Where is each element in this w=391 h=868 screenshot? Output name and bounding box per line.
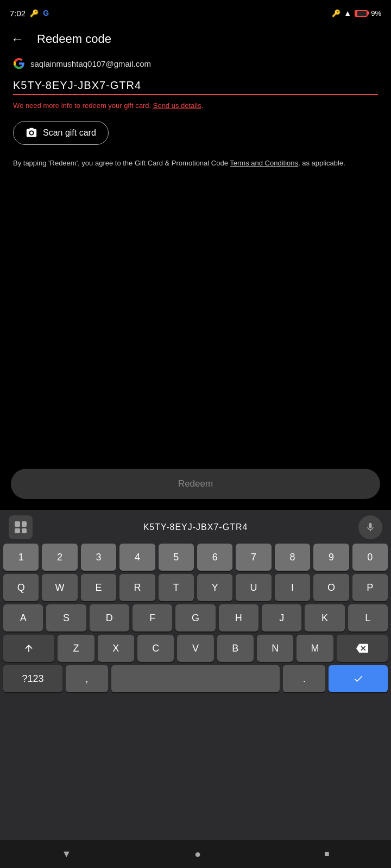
account-row: saqlainmushtaq0107@gmail.com	[11, 58, 380, 69]
key-P[interactable]: P	[352, 574, 388, 601]
asdf-row: ASDFGHJKL	[0, 604, 391, 635]
error-text: We need more info to redeem your gift ca…	[13, 101, 153, 110]
key-G[interactable]: G	[175, 604, 215, 631]
error-suffix: .	[201, 101, 204, 110]
key-7[interactable]: 7	[236, 544, 271, 571]
code-input-wrapper[interactable]	[13, 79, 378, 95]
header: ← Redeem code	[11, 24, 380, 58]
keyboard-apps-button[interactable]	[9, 515, 33, 539]
enter-key[interactable]	[329, 665, 388, 692]
page-title: Redeem code	[37, 32, 111, 46]
keyboard-topbar: K5TY-8EYJ-JBX7-GTR4	[0, 510, 391, 544]
backspace-key[interactable]	[337, 635, 388, 662]
keyboard-suggestion[interactable]: K5TY-8EYJ-JBX7-GTR4	[33, 522, 358, 532]
key-3[interactable]: 3	[81, 544, 116, 571]
period-key[interactable]: .	[283, 665, 325, 692]
code-input[interactable]	[13, 79, 378, 92]
status-bar: 7:02 🔑 G 🔑 ▲ 9%	[0, 0, 391, 24]
keyboard-mic-button[interactable]	[358, 515, 382, 539]
key-6[interactable]: 6	[197, 544, 232, 571]
key-N[interactable]: N	[257, 635, 293, 662]
key-E[interactable]: E	[81, 574, 116, 601]
key-Q[interactable]: Q	[3, 574, 39, 601]
key-1[interactable]: 1	[3, 544, 39, 571]
key-J[interactable]: J	[262, 604, 301, 631]
key-A[interactable]: A	[3, 604, 43, 631]
back-button[interactable]: ←	[11, 31, 24, 47]
key-4[interactable]: 4	[119, 544, 155, 571]
key-K[interactable]: K	[305, 604, 344, 631]
zxcv-row: ZXCVBNM	[0, 635, 391, 665]
key-S[interactable]: S	[46, 604, 86, 631]
nav-recents[interactable]: ■	[324, 849, 330, 859]
key-5[interactable]: 5	[159, 544, 194, 571]
key-2[interactable]: 2	[42, 544, 77, 571]
google-logo	[13, 58, 25, 69]
key-W[interactable]: W	[42, 574, 77, 601]
send-us-details-link[interactable]: Send us details	[153, 101, 201, 110]
key-0[interactable]: 0	[352, 544, 388, 571]
number-row: 1234567890	[0, 544, 391, 574]
camera-icon	[26, 127, 37, 139]
key-I[interactable]: I	[275, 574, 310, 601]
status-right: 🔑 ▲ 9%	[332, 9, 381, 17]
keyboard: K5TY-8EYJ-JBX7-GTR4 1234567890 QWERTYUIO…	[0, 510, 391, 868]
terms-link[interactable]: Terms and Conditions	[230, 159, 298, 167]
google-status-icon: G	[43, 9, 49, 17]
key-B[interactable]: B	[217, 635, 254, 662]
key-D[interactable]: D	[90, 604, 129, 631]
nav-home[interactable]: ●	[194, 848, 201, 860]
scan-button-label: Scan gift card	[43, 128, 96, 138]
bottom-row: ?123,.	[0, 665, 391, 695]
key-icon: 🔑	[30, 9, 39, 17]
shift-key[interactable]	[3, 635, 54, 662]
terms-suffix: , as applicable.	[298, 159, 345, 167]
key-H[interactable]: H	[219, 604, 258, 631]
key-O[interactable]: O	[313, 574, 349, 601]
redeem-button-label: Redeem	[178, 478, 213, 489]
symbols-key[interactable]: ?123	[3, 665, 62, 692]
key-icon-right: 🔑	[332, 9, 340, 17]
space-key[interactable]	[111, 665, 280, 692]
comma-key[interactable]: ,	[66, 665, 108, 692]
key-U[interactable]: U	[236, 574, 271, 601]
terms-prefix: By tapping 'Redeem', you agree to the Gi…	[13, 159, 230, 167]
mic-icon	[365, 522, 376, 533]
nav-bar: ▼ ● ■	[0, 840, 391, 868]
key-X[interactable]: X	[98, 635, 134, 662]
status-left: 7:02 🔑 G	[10, 9, 49, 18]
key-T[interactable]: T	[159, 574, 194, 601]
key-R[interactable]: R	[119, 574, 155, 601]
key-C[interactable]: C	[137, 635, 174, 662]
key-V[interactable]: V	[177, 635, 213, 662]
app-area: ← Redeem code saqlainmushtaq0107@gmail.c…	[0, 24, 391, 169]
key-Z[interactable]: Z	[58, 635, 94, 662]
qwerty-row: QWERTYUIOP	[0, 574, 391, 604]
error-message: We need more info to redeem your gift ca…	[13, 100, 378, 111]
terms-text: By tapping 'Redeem', you agree to the Gi…	[13, 158, 378, 169]
nav-back[interactable]: ▼	[61, 848, 71, 860]
key-8[interactable]: 8	[275, 544, 310, 571]
account-email: saqlainmushtaq0107@gmail.com	[30, 59, 151, 68]
battery-icon	[355, 10, 368, 17]
wifi-icon: ▲	[344, 9, 351, 17]
scan-gift-card-button[interactable]: Scan gift card	[13, 121, 109, 145]
apps-grid-icon	[15, 521, 27, 533]
key-M[interactable]: M	[297, 635, 333, 662]
battery-percent: 9%	[371, 9, 381, 17]
key-F[interactable]: F	[133, 604, 172, 631]
key-L[interactable]: L	[348, 604, 388, 631]
key-Y[interactable]: Y	[197, 574, 232, 601]
key-9[interactable]: 9	[313, 544, 349, 571]
status-time: 7:02	[10, 9, 26, 18]
redeem-button[interactable]: Redeem	[11, 469, 380, 499]
